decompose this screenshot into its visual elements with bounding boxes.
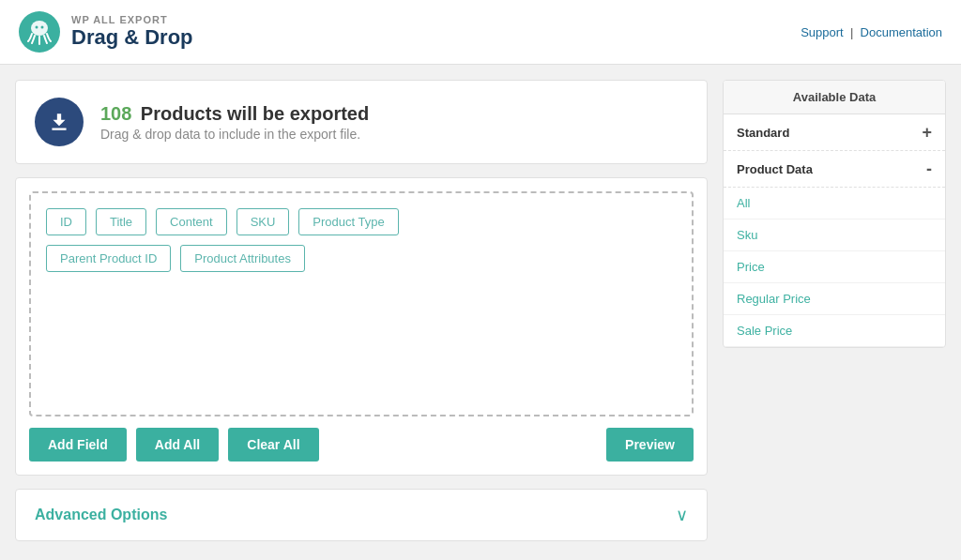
field-tag-id[interactable]: ID — [46, 208, 86, 235]
drop-zone[interactable]: ID Title Content SKU Product Type Parent… — [29, 191, 694, 416]
header-links: Support | Documentation — [801, 25, 942, 39]
advanced-options-section[interactable]: Advanced Options ∨ — [15, 489, 708, 541]
sidebar-header: Available Data — [724, 81, 945, 114]
field-tag-sku[interactable]: SKU — [236, 208, 290, 235]
drop-zone-row-2: Parent Product ID Product Attributes — [46, 245, 677, 272]
sidebar-item-all[interactable]: All — [724, 188, 945, 219]
export-text: 108 Products will be exported Drag & dro… — [100, 103, 369, 142]
sidebar-item-price[interactable]: Price — [724, 251, 945, 283]
logo: WP ALL EXPORT Drag & Drop — [19, 11, 193, 53]
sidebar-section-standard-label: Standard — [737, 126, 789, 140]
sidebar-item-sku[interactable]: Sku — [724, 219, 945, 251]
download-icon — [47, 110, 71, 134]
add-field-button[interactable]: Add Field — [29, 428, 127, 462]
main-layout: 108 Products will be exported Drag & dro… — [0, 65, 961, 556]
export-icon-circle — [35, 98, 84, 146]
logo-brand-bottom: Drag & Drop — [71, 25, 193, 50]
sidebar-scroll[interactable]: Standard + Product Data - All Sku Price … — [724, 114, 945, 347]
field-tag-product-type[interactable]: Product Type — [298, 208, 398, 235]
octopus-logo-icon — [19, 11, 60, 53]
field-tag-content[interactable]: Content — [156, 208, 227, 235]
preview-button[interactable]: Preview — [606, 428, 694, 462]
chevron-down-icon: ∨ — [676, 505, 688, 525]
sidebar-section-product-data[interactable]: Product Data - — [724, 151, 945, 188]
sidebar-section-product-data-label: Product Data — [737, 162, 813, 176]
sidebar: Available Data Standard + Product Data -… — [723, 80, 946, 541]
clear-all-button[interactable]: Clear All — [228, 428, 318, 462]
field-tag-product-attributes[interactable]: Product Attributes — [180, 245, 305, 272]
field-tag-title[interactable]: Title — [96, 208, 146, 235]
header: WP ALL EXPORT Drag & Drop Support | Docu… — [0, 0, 961, 65]
sidebar-item-sale-price[interactable]: Sale Price — [724, 315, 945, 347]
drag-drop-panel: ID Title Content SKU Product Type Parent… — [15, 177, 708, 476]
drop-zone-row-1: ID Title Content SKU Product Type — [46, 208, 677, 235]
preview-area: Preview — [606, 428, 694, 462]
add-all-button[interactable]: Add All — [136, 428, 219, 462]
sidebar-section-standard[interactable]: Standard + — [724, 114, 945, 151]
export-main-text: Products will be exported — [135, 103, 369, 124]
field-tag-parent-product-id[interactable]: Parent Product ID — [46, 245, 171, 272]
svg-point-2 — [36, 26, 38, 29]
support-link[interactable]: Support — [801, 25, 844, 39]
sidebar-panel: Available Data Standard + Product Data -… — [723, 80, 946, 348]
main-content: 108 Products will be exported Drag & dro… — [15, 80, 708, 541]
sidebar-item-regular-price[interactable]: Regular Price — [724, 283, 945, 315]
logo-text: WP ALL EXPORT Drag & Drop — [71, 14, 193, 50]
sidebar-section-standard-toggle[interactable]: + — [922, 124, 932, 141]
logo-brand-top: WP ALL EXPORT — [71, 14, 193, 25]
svg-point-1 — [31, 21, 48, 36]
export-count: 108 — [100, 103, 131, 124]
sidebar-section-product-data-toggle[interactable]: - — [926, 160, 932, 177]
export-sub-text: Drag & drop data to include in the expor… — [100, 127, 369, 142]
svg-point-3 — [41, 26, 44, 29]
export-notice: 108 Products will be exported Drag & dro… — [15, 80, 708, 164]
documentation-link[interactable]: Documentation — [861, 25, 942, 39]
export-main-line: 108 Products will be exported — [100, 103, 369, 125]
action-bar: Add Field Add All Clear All Preview — [29, 428, 694, 462]
advanced-options-label: Advanced Options — [35, 507, 167, 523]
